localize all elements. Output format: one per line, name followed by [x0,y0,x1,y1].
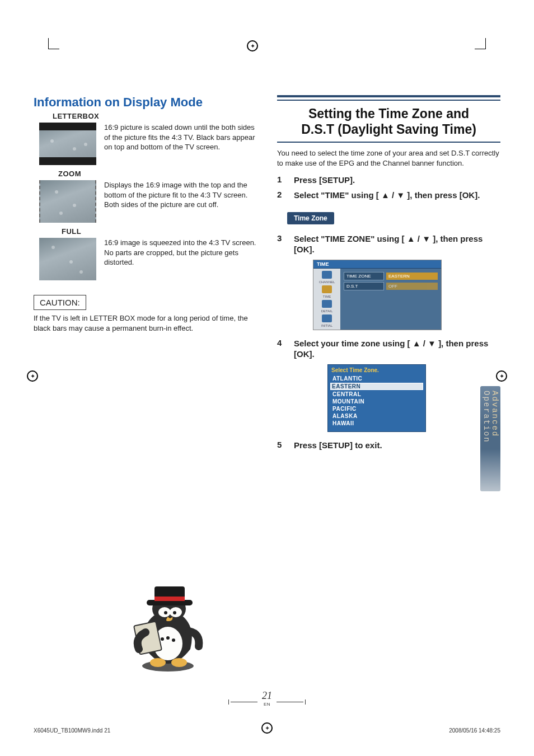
footer-right: 2008/05/16 14:48:25 [449,727,500,734]
zoom-row: Displays the 16:9 image with the top and… [34,180,257,223]
svg-point-15 [171,658,187,667]
page-number-tick-right [305,699,306,705]
page-number-line-right [277,702,303,702]
osd-key-timezone: TIME ZONE [344,272,384,280]
crop-mark-top-left [48,38,59,49]
osd-val-timezone: EASTERN [386,273,438,280]
osd-side-icon [322,314,332,322]
triangle-up-icon: ▲ [407,234,415,243]
step-4-text-a: Select your time zone using [ [294,339,410,348]
manual-page: ✦ ✦ ✦ Information on Display Mode LETTER… [0,0,534,756]
step-4-text: Select your time zone using [ ▲ / ▼ ], t… [294,338,500,360]
osd-side-icon [322,300,332,308]
osd-side-channel: CHANNEL [319,280,335,284]
letterbox-thumbnail [39,123,96,165]
osd-select-timezone: Select Time Zone. ATLANTICEASTERNCENTRAL… [327,364,426,432]
side-tab-line1: Advanced [490,391,499,437]
triangle-down-icon: ▼ [428,339,436,348]
osd-key-dst: D.S.T [344,282,384,290]
osd-row-timezone: TIME ZONE EASTERN [344,272,438,280]
right-column: Setting the Time Zone and D.S.T (Dayligh… [277,95,500,455]
osd2-option: ALASKA [331,412,422,420]
svg-point-8 [164,611,167,614]
step-3-text: Select "TIME ZONE" using [ ▲ / ▼ ], then… [294,233,500,255]
left-column: Information on Display Mode LETTERBOX 16… [34,95,257,455]
full-description: 16:9 image is squeezed into the 4:3 TV s… [104,238,257,267]
osd-side-icon [322,285,332,293]
step-5-text: Press [SETUP] to exit. [294,440,500,451]
osd-row-dst: D.S.T OFF [344,282,438,290]
osd-val-dst: OFF [386,283,438,290]
cartoon-illustration [106,565,229,677]
registration-mark-right: ✦ [496,370,507,382]
osd-body: CHANNEL TIME DETAIL INITIAL TIME ZONE EA… [313,269,441,330]
step-5-number: 5 [277,440,287,449]
step-2-text-a: Select "TIME" using [ [294,190,379,200]
svg-point-9 [173,611,176,614]
osd-main-panel: TIME ZONE EASTERN D.S.T OFF [340,269,441,330]
section-intro: You need to select the time zone of your… [277,148,500,168]
page-number-value: 21 [262,690,272,701]
step-4-number: 4 [277,338,287,348]
osd2-option: HAWAII [331,420,422,427]
side-tab-text: Advanced Operation [482,391,499,443]
section-title-line2: D.S.T (Daylight Saving Time) [277,122,500,138]
osd-time-menu: TIME CHANNEL TIME DETAIL INITIAL [313,260,442,330]
step-4: 4 Select your time zone using [ ▲ / ▼ ],… [277,338,500,360]
full-thumbnail [39,238,96,280]
osd-sidebar: CHANNEL TIME DETAIL INITIAL [313,269,340,330]
step-3-text-a: Select "TIME ZONE" using [ [294,234,405,243]
two-column-layout: Information on Display Mode LETTERBOX 16… [34,95,500,455]
zoom-description: Displays the 16:9 image with the top and… [104,180,257,210]
osd2-title: Select Time Zone. [331,367,422,373]
page-number: 21 EN [0,690,534,707]
full-label: FULL [62,227,257,236]
osd-header: TIME [313,260,441,269]
svg-point-2 [161,637,164,641]
step-1-text: Press [SETUP]. [294,175,500,186]
step-5: 5 Press [SETUP] to exit. [277,440,500,451]
letterbox-row: 16:9 picture is scaled down until the bo… [34,123,257,165]
osd-side-icon [322,271,332,279]
step-3-number: 3 [277,233,287,243]
step-1-number: 1 [277,175,287,184]
step-2: 2 Select "TIME" using [ ▲ / ▼ ], then pr… [277,190,500,201]
section-title-line1: Setting the Time Zone and [277,106,500,122]
registration-mark-left: ✦ [27,370,38,382]
osd-side-time: TIME [323,295,331,298]
triangle-down-icon: ▼ [422,234,430,243]
svg-rect-12 [154,597,185,601]
svg-point-3 [166,636,170,640]
svg-point-14 [150,658,166,667]
print-footer: X6045UD_TB100MW9.indd 21 ✦ 2008/05/16 14… [34,727,500,734]
footer-left: X6045UD_TB100MW9.indd 21 [34,727,110,734]
page-number-en: EN [0,702,534,707]
osd2-option: EASTERN [330,383,423,390]
registration-mark-top: ✦ [247,40,258,51]
registration-mark-bottom: ✦ [261,722,273,734]
section-rule-bottom [277,142,500,143]
osd2-option: PACIFIC [331,405,422,412]
osd2-option: ATLANTIC [331,375,422,382]
step-2-number: 2 [277,190,287,199]
crop-mark-top-right [475,38,486,49]
triangle-up-icon: ▲ [381,190,390,200]
osd-side-detail: DETAIL [321,309,333,313]
triangle-up-icon: ▲ [413,339,421,348]
zoom-label: ZOOM [58,170,257,178]
step-2-text-b: ], then press [OK]. [407,190,480,200]
triangle-down-icon: ▼ [396,190,405,200]
letterbox-label: LETTERBOX [53,112,257,120]
letterbox-description: 16:9 picture is scaled down until the bo… [104,123,257,152]
side-tab-line2: Operation [482,391,491,443]
side-tab-advanced-operation: Advanced Operation [480,386,500,491]
osd2-option: MOUNTAIN [331,398,422,405]
osd2-options: ATLANTICEASTERNCENTRALMOUNTAINPACIFICALA… [331,375,422,427]
step-3: 3 Select "TIME ZONE" using [ ▲ / ▼ ], th… [277,233,500,255]
svg-point-4 [172,638,175,642]
step-2-text: Select "TIME" using [ ▲ / ▼ ], then pres… [294,190,500,201]
display-mode-heading: Information on Display Mode [34,95,257,110]
zoom-thumbnail [39,180,96,223]
osd2-option: CENTRAL [331,391,422,398]
caution-label: CAUTION: [34,295,86,310]
